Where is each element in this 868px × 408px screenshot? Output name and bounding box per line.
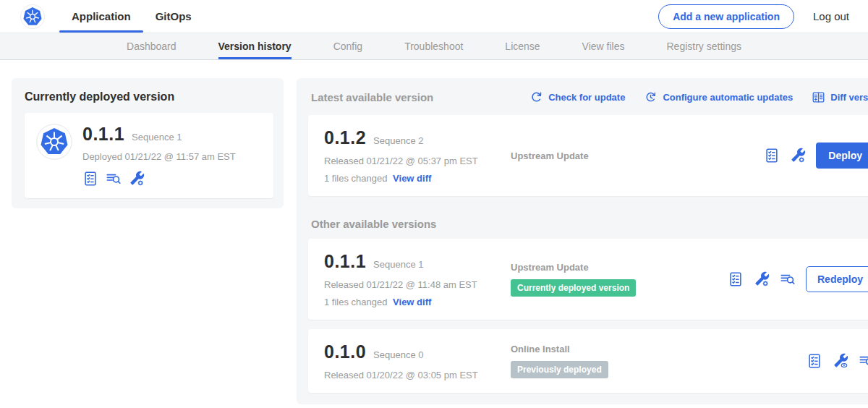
app-subnav: Dashboard Version history Config Trouble…	[0, 33, 868, 60]
subnav-item-troubleshoot[interactable]: Troubleshoot	[404, 33, 463, 59]
version-row-0-1-0: 0.1.0 Sequence 0 Released 01/20/22 @ 03:…	[308, 329, 868, 393]
version-source: Upstream Update	[511, 262, 728, 273]
view-logs-icon[interactable]	[780, 271, 796, 287]
check-for-update-link[interactable]: Check for update	[529, 90, 625, 104]
version-history-panel: Latest available version Check for updat…	[297, 78, 868, 404]
add-application-button[interactable]: Add a new application	[658, 4, 794, 29]
edit-config-icon[interactable]	[754, 271, 770, 287]
subnav-item-config[interactable]: Config	[333, 33, 362, 59]
release-notes-icon[interactable]	[807, 353, 822, 369]
version-number: 0.1.0	[324, 341, 366, 362]
view-diff-link[interactable]: View diff	[393, 297, 431, 307]
subnav-item-license[interactable]: License	[505, 33, 540, 59]
logout-link[interactable]: Log out	[813, 10, 849, 22]
kubernetes-logo	[20, 4, 45, 29]
deployed-sequence: Sequence 1	[132, 132, 182, 143]
version-sequence: Sequence 0	[373, 349, 423, 360]
release-notes-icon[interactable]	[728, 271, 744, 287]
version-source: Upstream Update	[511, 150, 728, 161]
currently-deployed-title: Currently deployed version	[25, 90, 273, 103]
diff-versions-icon	[812, 90, 825, 104]
view-config-icon[interactable]	[833, 353, 848, 369]
subnav-item-dashboard[interactable]: Dashboard	[127, 33, 176, 59]
tab-application-label: Application	[72, 10, 131, 22]
version-source: Online Install	[511, 344, 728, 354]
configure-automatic-updates-link[interactable]: Configure automatic updates	[644, 90, 793, 104]
subnav-item-registry-settings[interactable]: Registry settings	[667, 33, 741, 59]
view-logs-icon[interactable]	[106, 171, 122, 187]
files-changed-label: 1 files changed	[324, 297, 387, 307]
version-sequence: Sequence 1	[373, 259, 423, 270]
tab-application[interactable]: Application	[59, 0, 143, 33]
version-number: 0.1.1	[324, 251, 366, 272]
released-timestamp: Released 01/21/22 @ 11:48 am EST	[324, 279, 511, 290]
release-notes-icon[interactable]	[82, 171, 98, 187]
version-number: 0.1.2	[324, 127, 366, 148]
version-row-0-1-2: 0.1.2 Sequence 2 Released 01/21/22 @ 05:…	[308, 115, 868, 196]
currently-deployed-badge: Currently deployed version	[511, 279, 636, 297]
deployed-version-number: 0.1.1	[82, 124, 124, 145]
version-sequence: Sequence 2	[373, 135, 423, 146]
deployed-timestamp: Deployed 01/21/22 @ 11:57 am EST	[82, 151, 236, 162]
subnav-item-view-files[interactable]: View files	[582, 33, 625, 59]
tab-gitops-label: GitOps	[156, 10, 192, 22]
redeploy-button[interactable]: Redeploy	[806, 266, 868, 292]
view-logs-icon[interactable]	[859, 353, 868, 369]
released-timestamp: Released 01/20/22 @ 03:05 pm EST	[324, 370, 511, 381]
edit-config-icon[interactable]	[129, 171, 145, 187]
header-tabs: Application GitOps	[59, 0, 204, 33]
deployed-version-card: 0.1.1 Sequence 1 Deployed 01/21/22 @ 11:…	[25, 113, 273, 198]
release-notes-icon[interactable]	[764, 148, 780, 163]
other-versions-header: Other available versions	[311, 218, 868, 230]
tab-gitops[interactable]: GitOps	[143, 0, 204, 33]
files-changed-label: 1 files changed	[324, 173, 387, 184]
edit-config-icon[interactable]	[790, 148, 806, 163]
deploy-button[interactable]: Deploy	[816, 143, 868, 169]
refresh-icon	[529, 90, 543, 104]
version-row-0-1-1: 0.1.1 Sequence 1 Released 01/21/22 @ 11:…	[308, 239, 868, 320]
subnav-item-version-history[interactable]: Version history	[218, 33, 292, 59]
previously-deployed-badge: Previously deployed	[511, 361, 608, 378]
released-timestamp: Released 01/21/22 @ 05:37 pm EST	[324, 156, 511, 166]
latest-version-header: Latest available version	[311, 91, 433, 103]
currently-deployed-card: Currently deployed version 0.1.1 Sequenc…	[12, 78, 284, 208]
diff-versions-link[interactable]: Diff versions	[812, 90, 868, 104]
view-diff-link[interactable]: View diff	[393, 173, 431, 184]
auto-update-icon	[644, 90, 658, 104]
app-logo-kubernetes	[36, 124, 72, 160]
app-header: Application GitOps Add a new application…	[0, 0, 868, 33]
